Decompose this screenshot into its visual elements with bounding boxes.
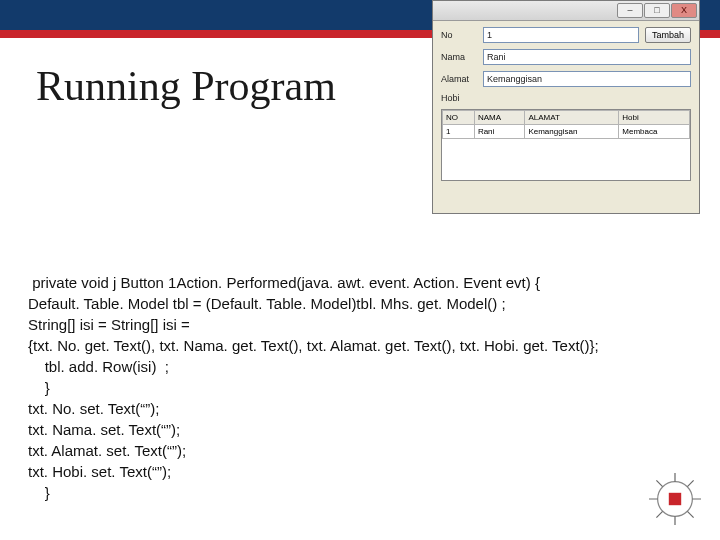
- input-nama[interactable]: Rani: [483, 49, 691, 65]
- input-no[interactable]: 1: [483, 27, 639, 43]
- label-alamat: Alamat: [441, 74, 477, 84]
- th-alamat: ALAMAT: [525, 111, 619, 125]
- code-line: txt. Alamat. set. Text(“”);: [28, 442, 186, 459]
- minimize-button[interactable]: –: [617, 3, 643, 18]
- code-line: tbl. add. Row(isi) ;: [28, 358, 169, 375]
- maximize-button[interactable]: □: [644, 3, 670, 18]
- close-button[interactable]: X: [671, 3, 697, 18]
- code-line: txt. Nama. set. Text(“”);: [28, 421, 180, 438]
- code-line: txt. No. set. Text(“”);: [28, 400, 159, 417]
- window-body: No 1 Tambah Nama Rani Alamat Kemanggisan…: [433, 21, 699, 185]
- code-line: String[] isi = String[] isi =: [28, 316, 190, 333]
- data-table: NO NAMA ALAMAT Hobi 1 Rani Kemanggisan M…: [442, 110, 690, 139]
- app-window: – □ X No 1 Tambah Nama Rani Alamat Keman…: [432, 0, 700, 214]
- cell-alamat: Kemanggisan: [525, 125, 619, 139]
- page-title: Running Program: [36, 62, 336, 110]
- code-line: }: [28, 379, 50, 396]
- th-nama: NAMA: [474, 111, 525, 125]
- cell-hobi: Membaca: [619, 125, 690, 139]
- code-line: }: [28, 484, 50, 501]
- code-line: Default. Table. Model tbl = (Default. Ta…: [28, 295, 506, 312]
- label-hobi: Hobi: [441, 93, 477, 103]
- table-row[interactable]: 1 Rani Kemanggisan Membaca: [443, 125, 690, 139]
- cell-no: 1: [443, 125, 475, 139]
- label-no: No: [441, 30, 477, 40]
- table-container: NO NAMA ALAMAT Hobi 1 Rani Kemanggisan M…: [441, 109, 691, 181]
- svg-rect-1: [669, 493, 681, 505]
- university-logo: [644, 468, 706, 530]
- code-block: private void j Button 1Action. Performed…: [28, 272, 692, 503]
- code-line: {txt. No. get. Text(), txt. Nama. get. T…: [28, 337, 599, 354]
- input-alamat[interactable]: Kemanggisan: [483, 71, 691, 87]
- tambah-button[interactable]: Tambah: [645, 27, 691, 43]
- th-hobi: Hobi: [619, 111, 690, 125]
- code-line: txt. Hobi. set. Text(“”);: [28, 463, 171, 480]
- table-header-row: NO NAMA ALAMAT Hobi: [443, 111, 690, 125]
- window-titlebar: – □ X: [433, 1, 699, 21]
- code-line: private void j Button 1Action. Performed…: [28, 274, 540, 291]
- cell-nama: Rani: [474, 125, 525, 139]
- label-nama: Nama: [441, 52, 477, 62]
- th-no: NO: [443, 111, 475, 125]
